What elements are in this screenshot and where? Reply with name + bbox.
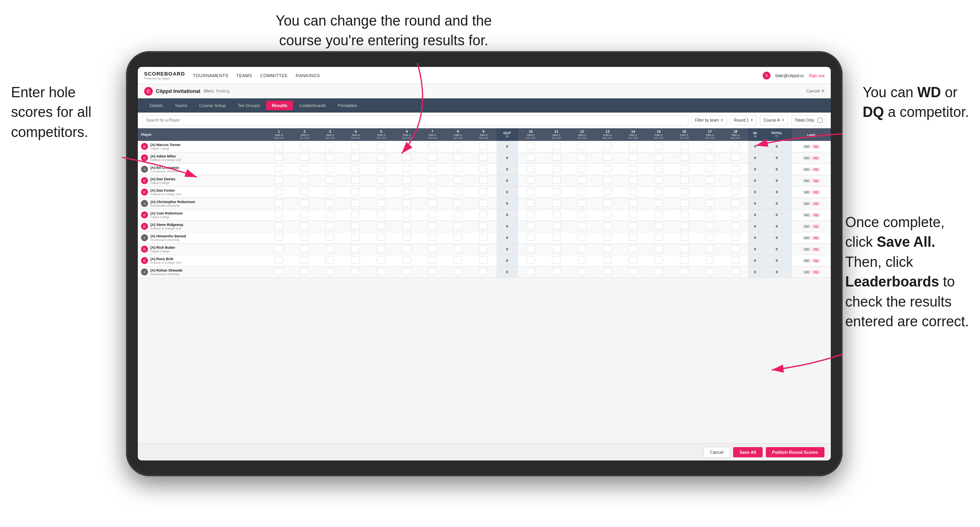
score-input-r7-h5[interactable]	[377, 222, 385, 229]
score-input-r5-h11[interactable]	[552, 200, 561, 207]
score-input-r5-h13[interactable]	[603, 200, 612, 207]
score-input-r1-h17[interactable]	[706, 154, 714, 161]
score-input-r10-h1[interactable]	[274, 257, 283, 264]
wd-button-9[interactable]: WD	[803, 248, 811, 251]
score-input-r0-h13[interactable]	[603, 142, 612, 150]
score-input-r8-h17[interactable]	[706, 234, 714, 241]
score-input-r10-h13[interactable]	[603, 257, 612, 264]
wd-button-4[interactable]: WD	[803, 190, 811, 194]
score-input-r4-h3[interactable]	[326, 188, 334, 195]
wd-button-8[interactable]: WD	[803, 236, 811, 240]
score-input-r4-h1[interactable]	[274, 188, 283, 195]
score-input-r8-h1[interactable]	[274, 234, 283, 241]
score-input-r9-h7[interactable]	[428, 245, 437, 252]
score-input-r11-h18[interactable]	[731, 268, 740, 275]
score-input-r5-h3[interactable]	[326, 200, 334, 207]
score-input-r8-h5[interactable]	[377, 234, 385, 241]
score-input-r4-h11[interactable]	[552, 188, 561, 195]
score-input-r2-h13[interactable]	[603, 165, 612, 172]
score-input-r10-h18[interactable]	[731, 257, 740, 264]
score-input-r2-h12[interactable]	[578, 165, 586, 172]
score-input-r8-h13[interactable]	[603, 234, 612, 241]
wd-button-11[interactable]: WD	[803, 270, 811, 274]
score-input-r1-h9[interactable]	[479, 154, 488, 161]
score-input-r10-h6[interactable]	[402, 257, 411, 264]
score-input-r11-h9[interactable]	[479, 268, 488, 275]
score-input-r6-h3[interactable]	[326, 211, 334, 218]
nav-committee[interactable]: COMMITTEE	[260, 73, 288, 78]
score-input-r0-h1[interactable]	[274, 142, 283, 150]
score-input-r0-h10[interactable]	[526, 142, 535, 150]
score-input-r7-h13[interactable]	[603, 222, 612, 229]
score-input-r1-h14[interactable]	[629, 154, 637, 161]
dq-button-4[interactable]: DQ	[812, 190, 820, 194]
score-input-r10-h14[interactable]	[629, 257, 637, 264]
wd-button-7[interactable]: WD	[803, 225, 811, 228]
score-input-r1-h5[interactable]	[377, 154, 385, 161]
score-input-r3-h6[interactable]	[402, 177, 411, 184]
score-input-r9-h14[interactable]	[629, 245, 637, 252]
wd-button-3[interactable]: WD	[803, 179, 811, 183]
score-input-r0-h3[interactable]	[326, 142, 334, 150]
score-input-r10-h15[interactable]	[654, 257, 663, 264]
score-input-r3-h1[interactable]	[274, 177, 283, 184]
score-input-r0-h7[interactable]	[428, 142, 437, 150]
score-input-r0-h5[interactable]	[377, 142, 385, 150]
score-input-r0-h16[interactable]	[680, 142, 689, 150]
score-input-r8-h9[interactable]	[479, 234, 488, 241]
score-input-r11-h12[interactable]	[578, 268, 586, 275]
score-input-r1-h6[interactable]	[402, 154, 411, 161]
score-input-r3-h14[interactable]	[629, 177, 637, 184]
score-input-r0-h9[interactable]	[479, 142, 488, 150]
score-input-r6-h17[interactable]	[706, 211, 714, 218]
score-input-r11-h13[interactable]	[603, 268, 612, 275]
score-input-r5-h14[interactable]	[629, 200, 637, 207]
dq-button-9[interactable]: DQ	[812, 248, 820, 251]
score-input-r1-h2[interactable]	[300, 154, 309, 161]
score-input-r4-h9[interactable]	[479, 188, 488, 195]
score-input-r3-h16[interactable]	[680, 177, 689, 184]
score-input-r11-h17[interactable]	[706, 268, 714, 275]
score-input-r8-h12[interactable]	[578, 234, 586, 241]
tab-tee-groups[interactable]: Tee Groups	[232, 101, 265, 110]
score-input-r2-h5[interactable]	[377, 165, 385, 172]
score-input-r3-h8[interactable]	[454, 177, 462, 184]
score-input-r9-h5[interactable]	[377, 245, 385, 252]
score-input-r11-h14[interactable]	[629, 268, 637, 275]
score-input-r5-h10[interactable]	[526, 200, 535, 207]
nav-tournaments[interactable]: TOURNAMENTS	[193, 73, 228, 78]
score-input-r5-h7[interactable]	[428, 200, 437, 207]
score-input-r9-h8[interactable]	[454, 245, 462, 252]
score-input-r1-h1[interactable]	[274, 154, 283, 161]
score-input-r1-h18[interactable]	[731, 154, 740, 161]
score-input-r5-h15[interactable]	[654, 200, 663, 207]
score-input-r10-h7[interactable]	[428, 257, 437, 264]
score-input-r6-h1[interactable]	[274, 211, 283, 218]
dq-button-6[interactable]: DQ	[812, 213, 820, 217]
cancel-button[interactable]: Cancel	[703, 447, 730, 458]
score-input-r11-h2[interactable]	[300, 268, 309, 275]
score-input-r5-h5[interactable]	[377, 200, 385, 207]
score-input-r2-h18[interactable]	[731, 165, 740, 172]
score-input-r4-h13[interactable]	[603, 188, 612, 195]
score-input-r9-h16[interactable]	[680, 245, 689, 252]
dq-button-11[interactable]: DQ	[812, 270, 820, 274]
wd-button-5[interactable]: WD	[803, 202, 811, 205]
score-input-r6-h2[interactable]	[300, 211, 309, 218]
score-input-r2-h17[interactable]	[706, 165, 714, 172]
score-input-r8-h15[interactable]	[654, 234, 663, 241]
score-input-r9-h4[interactable]	[351, 245, 360, 252]
score-input-r3-h7[interactable]	[428, 177, 437, 184]
score-input-r7-h2[interactable]	[300, 222, 309, 229]
score-input-r10-h16[interactable]	[680, 257, 689, 264]
dq-button-5[interactable]: DQ	[812, 202, 820, 205]
scores-table-container[interactable]: Player 1PAR 4340 YDS 2PAR 5511 YDS 3PAR …	[138, 128, 831, 443]
dq-button-10[interactable]: DQ	[812, 259, 820, 263]
tab-printables[interactable]: Printables	[332, 101, 363, 110]
score-input-r5-h18[interactable]	[731, 200, 740, 207]
score-input-r4-h15[interactable]	[654, 188, 663, 195]
score-input-r5-h1[interactable]	[274, 200, 283, 207]
score-input-r8-h4[interactable]	[351, 234, 360, 241]
score-input-r3-h15[interactable]	[654, 177, 663, 184]
score-input-r6-h12[interactable]	[578, 211, 586, 218]
